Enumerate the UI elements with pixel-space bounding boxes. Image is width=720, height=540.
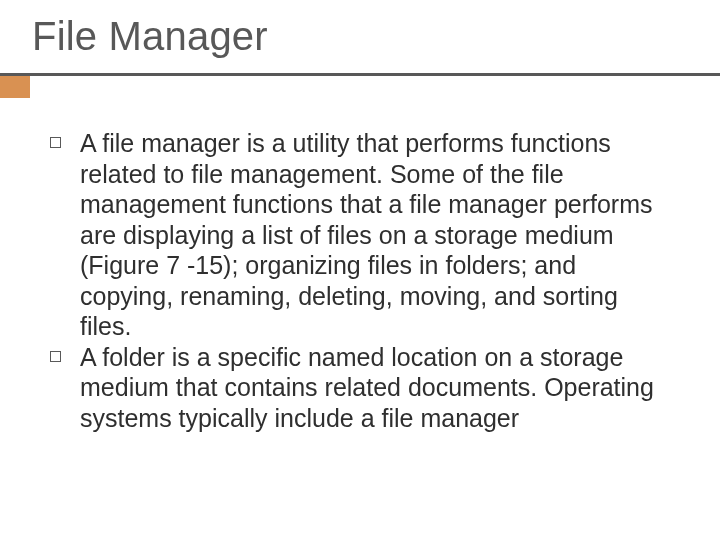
bullet-list: A file manager is a utility that perform… bbox=[46, 128, 674, 433]
content-area: A file manager is a utility that perform… bbox=[46, 128, 674, 433]
accent-block bbox=[0, 76, 30, 98]
list-item: A folder is a specific named location on… bbox=[46, 342, 674, 434]
slide-title: File Manager bbox=[32, 14, 268, 59]
list-item: A file manager is a utility that perform… bbox=[46, 128, 674, 342]
slide: File Manager A file manager is a utility… bbox=[0, 0, 720, 540]
title-divider bbox=[0, 73, 720, 76]
